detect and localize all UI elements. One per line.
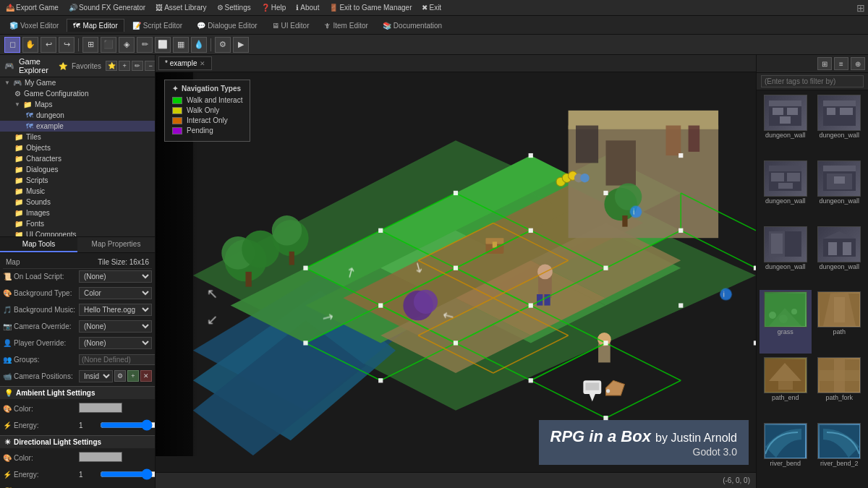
asset-dungeon-wall-2[interactable]: dungeon_wall bbox=[814, 93, 866, 157]
tree-game-config[interactable]: ⚙ Game Configuration bbox=[0, 88, 155, 99]
asset-path[interactable]: path bbox=[814, 290, 866, 354]
tree-dungeon[interactable]: 🗺 dungeon bbox=[0, 110, 155, 121]
dir-horizontal-slider[interactable] bbox=[100, 485, 155, 488]
tree-example[interactable]: 🗺 example bbox=[0, 121, 155, 132]
menu-export-game[interactable]: 📤 Export Game bbox=[3, 4, 61, 12]
prop-on-load-script: 📜 On Load Script: (None) bbox=[3, 269, 152, 283]
tool-nav[interactable]: ⬛ bbox=[101, 37, 116, 53]
ambient-color-row: 🎨 Color: bbox=[3, 401, 152, 416]
explorer-btn-3[interactable]: ✏ bbox=[132, 61, 143, 71]
asset-dungeon-wall-6[interactable]: dungeon_wall bbox=[814, 225, 866, 288]
tool-play[interactable]: ▶ bbox=[233, 37, 249, 53]
tab-dialogue-editor[interactable]: 💬 Dialogue Editor bbox=[190, 19, 263, 32]
dir-color-box[interactable] bbox=[79, 452, 122, 462]
map-tab-bar: * example ✕ bbox=[156, 55, 756, 72]
tool-move[interactable]: ✋ bbox=[22, 37, 38, 53]
svg-rect-97 bbox=[603, 191, 608, 195]
tree-maps[interactable]: ▼ 📁 Maps bbox=[0, 99, 155, 110]
tree-scripts[interactable]: 📁 Scripts bbox=[0, 175, 155, 186]
tree-fonts[interactable]: 📁 Fonts bbox=[0, 218, 155, 229]
map-tab-example[interactable]: * example ✕ bbox=[158, 56, 212, 70]
tool-objects[interactable]: ◈ bbox=[119, 37, 135, 53]
ambient-energy-slider[interactable] bbox=[100, 419, 155, 431]
tool-erase[interactable]: ⬜ bbox=[155, 37, 171, 53]
tab-documentation[interactable]: 📚 Documentation bbox=[376, 19, 448, 32]
tree-music[interactable]: 📁 Music bbox=[0, 186, 155, 197]
tree-objects[interactable]: 📁 Objects bbox=[0, 142, 155, 153]
asset-river-bend[interactable]: river_bend bbox=[760, 421, 812, 485]
tab-map-editor[interactable]: 🗺 Map Editor bbox=[67, 19, 124, 32]
center-panel: * example ✕ bbox=[156, 55, 756, 488]
asset-thumb-path bbox=[817, 291, 861, 328]
asset-search-input[interactable] bbox=[761, 75, 864, 87]
map-viewport[interactable]: ↗ ↘ ↙ ↘ ↖ ↙ i bbox=[156, 72, 756, 472]
tab-voxel-editor[interactable]: 🧊 Voxel Editor bbox=[3, 19, 65, 32]
tool-undo[interactable]: ↩ bbox=[41, 37, 56, 53]
tool-settings[interactable]: ⚙ bbox=[215, 37, 231, 53]
tool-redo[interactable]: ↪ bbox=[59, 37, 75, 53]
tool-paint[interactable]: ✏ bbox=[137, 37, 153, 53]
tool-fill[interactable]: ▦ bbox=[173, 37, 189, 53]
on-load-script-select[interactable]: (None) bbox=[79, 270, 152, 283]
player-override-select[interactable]: (None) bbox=[79, 337, 152, 349]
asset-grass[interactable]: grass bbox=[760, 290, 812, 354]
dir-energy-slider[interactable] bbox=[100, 468, 155, 480]
dir-energy-row: ⚡ Energy: 1 bbox=[3, 467, 152, 481]
map-tab-close[interactable]: ✕ bbox=[200, 60, 205, 67]
asset-dungeon-wall-1[interactable]: dungeon_wall bbox=[760, 93, 812, 157]
menu-sound-fx[interactable]: 🔊 Sound FX Generator bbox=[66, 4, 148, 12]
svg-marker-154 bbox=[823, 231, 856, 239]
nav-legend-walk-interact: Walk and Interact bbox=[172, 96, 242, 104]
asset-dungeon-wall-3[interactable]: dungeon_wall bbox=[760, 159, 812, 223]
menu-about[interactable]: ℹ About bbox=[293, 4, 322, 12]
explorer-btn-4[interactable]: − bbox=[145, 61, 156, 71]
right-icon-3[interactable]: ⊕ bbox=[851, 57, 865, 70]
camera-pos-btn-2[interactable]: + bbox=[127, 370, 139, 382]
asset-dungeon-wall-4[interactable]: dungeon_wall bbox=[814, 159, 866, 223]
directional-light-section: ☀ Directional Light Settings bbox=[0, 435, 155, 448]
asset-path-end[interactable]: path_end bbox=[760, 356, 812, 419]
camera-pos-btn-1[interactable]: ⚙ bbox=[114, 370, 126, 382]
tool-select[interactable]: ◻ bbox=[4, 37, 20, 53]
tab-script-editor[interactable]: 📝 Script Editor bbox=[126, 19, 189, 32]
svg-point-42 bbox=[414, 290, 438, 314]
menu-settings[interactable]: ⚙ Settings bbox=[214, 4, 254, 12]
tool-eyedrop[interactable]: 💧 bbox=[191, 37, 207, 53]
menu-exit[interactable]: ✖ Exit bbox=[419, 4, 444, 12]
explorer-btn-1[interactable]: ⭐ bbox=[106, 61, 117, 71]
right-icon-2[interactable]: ≡ bbox=[834, 57, 848, 70]
tool-grid[interactable]: ⊞ bbox=[82, 37, 98, 53]
tab-ui-editor[interactable]: 🖥 UI Editor bbox=[265, 19, 316, 32]
tab-item-editor[interactable]: 🗡 Item Editor bbox=[317, 19, 374, 32]
tree-my-game[interactable]: ▼ 🎮 My Game bbox=[0, 77, 155, 88]
right-icon-1[interactable]: ⊞ bbox=[817, 57, 832, 70]
properties-panel: Map Tile Size: 16x16 📜 On Load Script: (… bbox=[0, 253, 155, 488]
tree-sounds[interactable]: 📁 Sounds bbox=[0, 197, 155, 207]
tree-ui-components[interactable]: 📁 UI Components bbox=[0, 229, 155, 236]
svg-rect-134 bbox=[773, 108, 783, 115]
asset-dungeon-wall-5[interactable]: dungeon_wall bbox=[760, 225, 812, 288]
tree-images[interactable]: 📁 Images bbox=[0, 207, 155, 218]
prop-tab-map-properties[interactable]: Map Properties bbox=[77, 237, 155, 252]
asset-river-bend-2[interactable]: river_bend_2 bbox=[814, 421, 866, 485]
camera-override-select[interactable]: (None) bbox=[79, 320, 152, 333]
sound-icon: 🔊 bbox=[69, 4, 77, 12]
menu-help[interactable]: ❓ Help bbox=[258, 4, 289, 12]
background-music-select[interactable]: Hello There.ogg bbox=[79, 304, 152, 316]
groups-input[interactable] bbox=[79, 354, 155, 365]
svg-rect-98 bbox=[678, 153, 683, 158]
ambient-color-box[interactable] bbox=[79, 403, 122, 413]
favorites-icon: ⭐ bbox=[59, 62, 67, 70]
background-type-select[interactable]: Color bbox=[79, 287, 152, 299]
menu-exit-manager[interactable]: 🚪 Exit to Game Manager bbox=[326, 4, 414, 12]
explorer-btn-2[interactable]: + bbox=[119, 61, 130, 71]
camera-positions-select[interactable]: Inside House bbox=[79, 370, 113, 382]
tree-dialogues[interactable]: 📁 Dialogues bbox=[0, 164, 155, 175]
menu-asset-library[interactable]: 🖼 Asset Library bbox=[153, 4, 209, 12]
prop-tab-map-tools[interactable]: Map Tools bbox=[0, 237, 77, 252]
tree-tiles[interactable]: 📁 Tiles bbox=[0, 132, 155, 142]
svg-rect-95 bbox=[454, 266, 458, 270]
asset-path-fork[interactable]: path_fork bbox=[814, 356, 866, 419]
camera-pos-btn-3[interactable]: ✕ bbox=[140, 370, 152, 382]
tree-characters[interactable]: 📁 Characters bbox=[0, 153, 155, 164]
